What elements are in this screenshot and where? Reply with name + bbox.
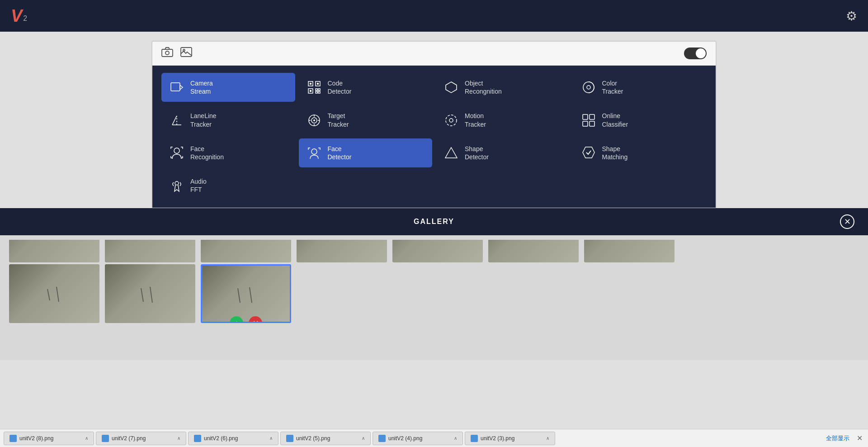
taskbar-item-label-1: unitV2 (7).png [112,435,175,442]
taskbar-item-3[interactable]: unitV2 (5).png ∧ [280,432,371,445]
svg-rect-14 [316,91,317,93]
color-tracker-icon [580,79,597,95]
taskbar-item-label-0: unitV2 (8).png [19,435,82,442]
taskbar-item-0[interactable]: unitV2 (8).png ∧ [4,432,94,445]
gallery-thumb-2[interactable] [105,264,195,323]
gallery-thumb-partial-4[interactable] [297,240,387,262]
image-icon[interactable] [180,47,192,60]
gallery-thumb-partial-3[interactable] [201,240,291,262]
gallery-row-main: ↓ ✕ [9,264,859,346]
detector-face-detector[interactable]: FaceDetector [299,138,433,167]
taskbar-item-icon-5 [471,435,478,442]
gallery-overlay: GALLERY ✕ [0,208,868,360]
panel-toolbar [152,42,716,66]
online-classifier-icon [580,112,597,128]
detector-motion-tracker[interactable]: MotionTracker [436,105,570,134]
settings-icon[interactable]: ⚙ [846,9,857,24]
audio-fft-icon [169,177,185,194]
gallery-partial-row [9,240,859,262]
svg-rect-29 [583,121,588,126]
detector-camera-stream[interactable]: CameraStream [161,73,295,102]
svg-point-20 [313,119,315,121]
camera-stream-icon [169,79,185,95]
app-logo: V 2 [11,7,27,24]
toggle-knob [696,48,706,58]
gallery-content: ↓ ✕ [0,235,868,360]
face-recognition-icon [169,145,185,161]
taskbar-item-icon-2 [194,435,201,442]
detector-laneline-tracker[interactable]: LaneLineTracker [161,105,295,134]
detector-online-classifier[interactable]: OnlineClassifier [573,105,707,134]
gallery-thumb-partial-5[interactable] [392,240,483,262]
svg-line-41 [250,287,252,303]
detector-face-recognition[interactable]: FaceRecognition [161,138,295,167]
taskbar-showall-button[interactable]: 全部显示 [822,434,853,442]
svg-rect-4 [171,83,180,91]
svg-point-35 [175,181,179,185]
gallery-header: GALLERY ✕ [0,208,868,235]
svg-marker-34 [583,147,594,158]
toolbar-icons [161,47,192,60]
svg-rect-30 [590,121,594,126]
taskbar-item-4[interactable]: unitV2 (4).png ∧ [373,432,463,445]
logo-number: 2 [23,14,27,23]
svg-line-39 [150,287,152,303]
detector-code-detector[interactable]: CodeDetector [299,73,433,102]
detector-shape-detector[interactable]: ShapeDetector [436,138,570,167]
taskbar: unitV2 (8).png ∧ unitV2 (7).png ∧ unitV2… [0,429,868,447]
taskbar-item-2[interactable]: unitV2 (6).png ∧ [188,432,278,445]
taskbar-item-label-4: unitV2 (4).png [388,435,451,442]
thumb-delete-button[interactable]: ✕ [249,316,262,323]
gallery-thumb-partial-6[interactable] [488,240,579,262]
svg-line-40 [238,288,240,303]
shape-matching-label: ShapeMatching [602,145,628,161]
gallery-thumb-3[interactable]: ↓ ✕ [201,264,291,323]
taskbar-close-button[interactable]: ✕ [855,434,864,442]
gallery-title: GALLERY [28,218,840,226]
code-detector-label: CodeDetector [328,79,352,95]
toggle-switch[interactable] [684,48,707,59]
svg-point-17 [587,86,590,89]
taskbar-item-icon-4 [378,435,386,442]
audio-fft-label: AudioFFT [190,177,207,194]
svg-rect-27 [583,114,588,119]
taskbar-item-label-3: unitV2 (5).png [296,435,359,442]
logo-letter: V [11,7,22,24]
face-recognition-label: FaceRecognition [190,145,224,161]
gallery-thumb-partial-2[interactable] [105,240,195,262]
panel: CameraStream CodeDetector ObjectRecongni… [151,41,717,209]
laneline-tracker-icon [169,112,185,128]
camera-icon[interactable] [161,47,173,60]
taskbar-item-1[interactable]: unitV2 (7).png ∧ [96,432,186,445]
gallery-close-button[interactable]: ✕ [840,214,854,229]
svg-rect-11 [310,90,311,92]
svg-line-38 [141,288,143,302]
svg-point-32 [311,149,317,154]
detector-audio-fft[interactable]: AudioFFT [161,171,295,200]
detector-color-tracker[interactable]: ColorTracker [573,73,707,102]
taskbar-item-5[interactable]: unitV2 (3).png ∧ [465,432,555,445]
taskbar-item-caret-0: ∧ [85,436,88,441]
svg-rect-13 [318,89,320,90]
svg-line-37 [57,287,59,302]
taskbar-item-icon-1 [102,435,109,442]
color-tracker-label: ColorTracker [602,79,623,95]
svg-point-25 [446,115,457,126]
gallery-thumb-partial-1[interactable] [9,240,99,262]
motion-tracker-label: MotionTracker [465,112,486,128]
svg-point-31 [174,148,179,153]
detector-object-recognition[interactable]: ObjectRecongnition [436,73,570,102]
svg-rect-15 [318,91,320,93]
svg-marker-33 [445,147,457,158]
taskbar-item-label-2: unitV2 (6).png [204,435,267,442]
gallery-thumb-1[interactable] [9,264,99,323]
gallery-thumb-2-inner [105,264,195,323]
detector-shape-matching[interactable]: ShapeMatching [573,138,707,167]
object-recognition-icon [443,79,459,95]
detector-target-tracker[interactable]: TargetTracker [299,105,433,134]
gallery-thumb-1-inner [9,264,99,323]
gallery-thumb-partial-7[interactable] [584,240,675,262]
taskbar-item-icon-0 [9,435,17,442]
thumb-download-button[interactable]: ↓ [230,316,243,323]
gallery-thumb-3-inner [202,266,290,322]
